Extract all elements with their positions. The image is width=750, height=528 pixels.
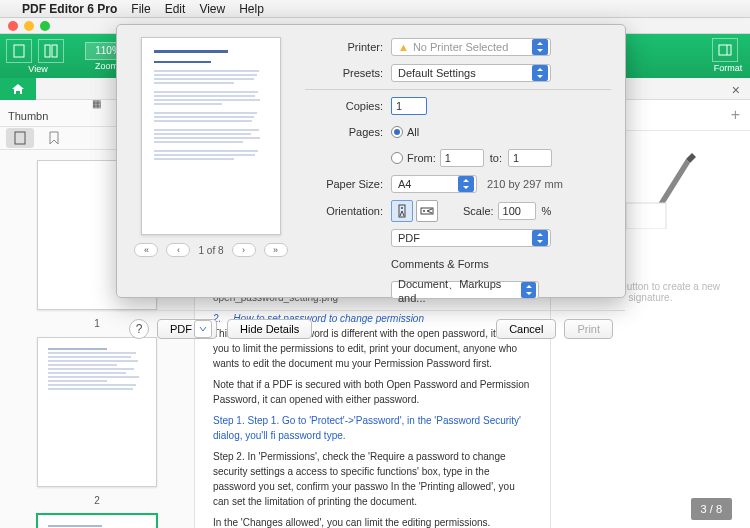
svg-rect-3 (719, 45, 731, 55)
menu-view[interactable]: View (199, 2, 225, 16)
pdf-dropdown-button[interactable]: PDF (157, 319, 217, 339)
paper-size-select[interactable]: A4 (391, 175, 477, 193)
paper-size-label: Paper Size: (305, 178, 391, 190)
view-label: View (28, 64, 47, 74)
scale-input[interactable]: 100 (498, 202, 536, 220)
section-2-step-1: Step 1. Step 1. Go to 'Protect'->'Passwo… (213, 413, 532, 443)
paper-dimensions: 210 by 297 mm (487, 178, 563, 190)
svg-rect-2 (52, 45, 57, 57)
window-zoom-button[interactable] (40, 21, 50, 31)
preview-first-button[interactable]: « (134, 243, 158, 257)
svg-rect-5 (15, 132, 25, 144)
copies-label: Copies: (305, 100, 391, 112)
chevron-down-icon (194, 320, 212, 338)
section-2-step-2: Step 2. In 'Permissions', check the 'Req… (213, 449, 532, 509)
app-name[interactable]: PDF Editor 6 Pro (22, 2, 117, 16)
copies-input[interactable]: 1 (391, 97, 427, 115)
print-preview-page (141, 37, 281, 235)
pages-label: Pages: (305, 126, 391, 138)
print-preview-nav: « ‹ 1 of 8 › » (134, 243, 287, 257)
help-button[interactable]: ? (129, 319, 149, 339)
thumbnail-page-3[interactable] (37, 514, 157, 528)
printer-select-value: No Printer Selected (413, 41, 508, 53)
print-preview-pane: « ‹ 1 of 8 › » (131, 37, 291, 306)
comments-forms-select[interactable]: Document、Markups and... (391, 281, 539, 299)
section-2-para-5: In the 'Changes allowed', you can limit … (213, 515, 532, 528)
preview-next-button[interactable]: › (232, 243, 256, 257)
preview-last-button[interactable]: » (264, 243, 288, 257)
section-2-para-2: Note that if a PDF is secured with both … (213, 377, 532, 407)
pdf-dropdown-label: PDF (170, 323, 192, 335)
orientation-landscape-button[interactable] (416, 200, 438, 222)
output-format-select[interactable]: PDF (391, 229, 551, 247)
comments-forms-caret (521, 282, 536, 298)
thumbnail-mode-icon[interactable]: ▦ (92, 100, 101, 109)
presets-select[interactable]: Default Settings (391, 64, 551, 82)
view-two-page-button[interactable] (38, 39, 64, 63)
close-panel-button[interactable]: × (732, 82, 740, 98)
pages-all-radio[interactable] (391, 126, 403, 138)
thumbnail-page-2-label: 2 (94, 495, 100, 506)
comments-forms-label: Comments & Forms (391, 258, 489, 270)
mac-menu-bar: PDF Editor 6 Pro File Edit View Help (0, 0, 750, 18)
window-minimize-button[interactable] (24, 21, 34, 31)
page-thumb-mode-button[interactable] (6, 128, 34, 148)
home-button[interactable] (0, 78, 36, 100)
pages-all-label: All (407, 126, 419, 138)
pages-from-input[interactable]: 1 (440, 149, 484, 167)
menu-file[interactable]: File (131, 2, 150, 16)
zoom-label: Zoom (95, 61, 118, 71)
svg-rect-1 (45, 45, 50, 57)
print-form: Printer: ▲No Printer Selected Presets: D… (305, 37, 611, 306)
cancel-button[interactable]: Cancel (496, 319, 556, 339)
format-label: Format (714, 63, 743, 73)
window-close-button[interactable] (8, 21, 18, 31)
print-button[interactable]: Print (564, 319, 613, 339)
orientation-label: Orientation: (305, 205, 391, 217)
printer-label: Printer: (305, 41, 391, 53)
pages-range-radio[interactable] (391, 152, 403, 164)
svg-point-8 (401, 207, 403, 209)
scale-label: Scale: (463, 205, 494, 217)
paper-size-value: A4 (398, 178, 411, 190)
svg-point-10 (423, 210, 425, 212)
printer-select[interactable]: ▲No Printer Selected (391, 38, 551, 56)
preview-prev-button[interactable]: ‹ (166, 243, 190, 257)
bookmark-mode-button[interactable] (40, 128, 68, 148)
presets-select-caret (532, 65, 548, 81)
presets-select-value: Default Settings (398, 67, 476, 79)
menu-help[interactable]: Help (239, 2, 264, 16)
pages-from-label: From: (407, 152, 436, 164)
svg-rect-6 (626, 203, 666, 229)
scale-percent: % (542, 205, 552, 217)
presets-label: Presets: (305, 67, 391, 79)
comments-forms-value: Document、Markups and... (398, 277, 521, 304)
svg-rect-0 (14, 45, 24, 57)
add-signature-button[interactable]: + (731, 106, 740, 124)
pages-to-label: to: (490, 152, 502, 164)
paper-size-caret (458, 176, 474, 192)
preview-page-counter: 1 of 8 (198, 245, 223, 256)
thumbnail-page-2[interactable] (37, 337, 157, 487)
view-single-page-button[interactable] (6, 39, 32, 63)
format-panel-button[interactable] (712, 38, 738, 62)
thumbnail-page-1-label: 1 (94, 318, 100, 329)
menu-edit[interactable]: Edit (165, 2, 186, 16)
print-dialog: « ‹ 1 of 8 › » Printer: ▲No Printer Sele… (116, 24, 626, 298)
output-format-caret (532, 230, 548, 246)
hide-details-button[interactable]: Hide Details (227, 319, 312, 339)
print-dialog-footer: ? PDF Hide Details Cancel Print (117, 310, 625, 347)
output-format-value: PDF (398, 232, 420, 244)
pages-to-input[interactable]: 1 (508, 149, 552, 167)
orientation-portrait-button[interactable] (391, 200, 413, 222)
printer-select-caret (532, 39, 548, 55)
